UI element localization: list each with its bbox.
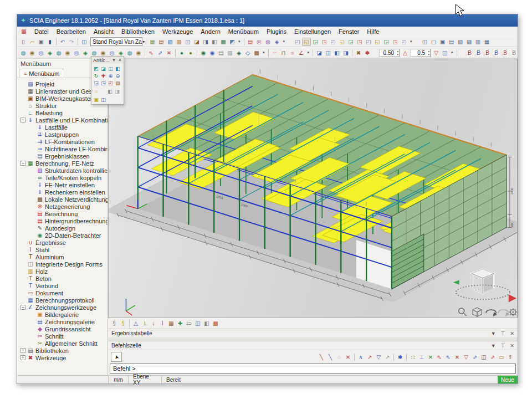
display-filter-icon-8[interactable]: ◈ [81, 49, 90, 57]
chevron-down-icon[interactable]: ▼ [491, 331, 496, 336]
measure-icon[interactable]: ◍ [264, 38, 273, 46]
tree-item-netzgenerierung[interactable]: ⊗ Netzgenerierung [19, 203, 108, 210]
tree-item-lokale-netzverdichtung[interactable]: ▩ Lokale Netzverdichtung [19, 196, 108, 203]
copy-view-icon-1[interactable]: ◪ [315, 49, 324, 57]
tree-item-stahl[interactable]: I Stahl [19, 246, 108, 253]
snap-box-icon[interactable]: ◫ [479, 353, 488, 361]
window-arrange-icon-1[interactable]: ◫ [421, 38, 429, 46]
view-preset-icon-3[interactable]: ◲ [311, 38, 320, 46]
paste-icon[interactable]: ◪ [192, 38, 201, 46]
snap-arrow-icon-1[interactable]: ⇗ [470, 353, 479, 361]
ortho-icon[interactable]: ⊥ [417, 353, 426, 361]
display-filter-icon-7[interactable]: ◎ [72, 49, 81, 57]
menu-aendern[interactable]: Ändern [197, 28, 224, 35]
cursor-snap-icon-1[interactable]: ⇖ [435, 353, 444, 361]
snap-line2-icon[interactable]: ╲ [326, 353, 335, 361]
tree-item-fe-netz-einstellen[interactable]: ⇓ FE-Netz einstellen [19, 181, 108, 188]
menu-fenster[interactable]: Fenster [335, 28, 363, 35]
filter-nodes-icon[interactable]: ◇ [243, 49, 252, 57]
tree-item-allgemeiner-schnitt[interactable]: ✂ Allgemeiner Schnitt [19, 340, 108, 347]
display-filter-icon-4[interactable]: ◈ [45, 49, 54, 57]
copy-attributes-icon[interactable]: ▤ [217, 49, 226, 57]
tree-item-werkzeuge[interactable]: + ✖ Werkzeuge [19, 354, 108, 361]
dropdown-arrow-icon[interactable]: ▾ [306, 49, 311, 57]
view-preset-icon-5[interactable]: ◰ [329, 38, 337, 46]
snap-triangle-icon[interactable]: ▽ [462, 353, 470, 361]
snap-edge-icon[interactable]: ↗ [365, 353, 374, 361]
tree-item-beton[interactable]: T Beton [19, 275, 108, 282]
3d-canvas[interactable]: 1023 1000 2400 600 [108, 59, 518, 318]
view-preset-icon-9[interactable]: ◰ [364, 38, 373, 46]
tree-item-belastung[interactable]: ∟ Belastung [19, 109, 108, 116]
profile-b-icon-6[interactable]: B [510, 49, 518, 57]
display-filter-icon-6[interactable]: ◉ [63, 49, 72, 57]
tree-item-berechnung-fe-netz[interactable]: − ▦ Berechnung, FE-Netz [19, 160, 108, 167]
mark-icon[interactable]: ✖ [354, 49, 363, 57]
dropdown-arrow-icon[interactable]: ▾ [282, 38, 287, 46]
zoom-out-icon[interactable]: ⊖ [114, 72, 121, 79]
snap-point-icon[interactable]: ● [177, 49, 186, 57]
tree-item-aluminium[interactable]: T Aluminium [19, 253, 108, 260]
redo-icon[interactable]: ↷ [67, 38, 76, 46]
load-display-icon[interactable]: ↓ [149, 319, 158, 328]
deselect-icon[interactable]: ✕ [165, 49, 173, 57]
title-bar[interactable]: ✦ SCIA Engineer 18.1.2052 - [Stand Royal… [17, 14, 518, 27]
menu-einstellungen[interactable]: Einstellungen [290, 28, 335, 35]
view-preset-icon-12[interactable]: ◳ [391, 38, 400, 46]
tree-item-verbund[interactable]: T Verbund [19, 282, 108, 289]
dropdown-arrow-icon[interactable]: ▾ [261, 49, 267, 57]
view-preset-icon-2[interactable]: ◱ [302, 38, 311, 46]
view-settings-combo[interactable]: Stand Royal Van Za ▼ [90, 37, 142, 46]
snap-midpoint-icon[interactable]: ● [186, 49, 195, 57]
profile-b-icon-1[interactable]: B [466, 49, 474, 57]
pan-view-icon[interactable]: ✚ [100, 72, 107, 79]
expander-icon[interactable]: − [21, 305, 25, 310]
window-arrange-icon-5[interactable]: ▧ [456, 38, 465, 46]
pointer-mode-button[interactable]: ➤ [111, 352, 122, 362]
render-display-icon[interactable]: ▦ [167, 319, 176, 328]
snap-folder-icon[interactable]: ▭ [497, 353, 506, 361]
view-preset-icon-13[interactable]: ◰ [400, 38, 408, 46]
tree-item-schnitt[interactable]: ✂ Schnitt [19, 332, 108, 340]
tab-menuebaum[interactable]: ≡ Menübaum [19, 69, 64, 78]
clip-plane-icon[interactable]: ◫ [441, 49, 449, 57]
copy-view-icon-2[interactable]: ◫ [324, 49, 332, 57]
window-arrange-icon-6[interactable]: ▨ [465, 38, 474, 46]
tree-item-lf-kombinationen[interactable]: ⇉ LF-Kombinationen [19, 138, 108, 145]
display-filter-icon-13[interactable]: ◍ [125, 49, 134, 57]
display-filter-icon-5[interactable]: ◍ [54, 49, 63, 57]
view-preset-icon-10[interactable]: ◱ [373, 38, 382, 46]
menu-werkzeuge[interactable]: Werkzeuge [158, 28, 197, 35]
tree-item-autodesign[interactable]: ✎ Autodesign [19, 224, 108, 232]
tree-item-berechnungsprotokoll[interactable]: ▦ Berechnungsprotokoll [19, 296, 108, 304]
close-icon[interactable]: ✕ [510, 331, 514, 336]
table-icon[interactable]: ◫ [183, 38, 192, 46]
chevron-down-icon[interactable]: ▼ [111, 58, 116, 63]
close-project-icon[interactable]: ▣ [37, 38, 45, 46]
menu-ansicht[interactable]: Ansicht [90, 28, 117, 35]
result-table-icon[interactable]: ◫ [193, 319, 202, 328]
tree-item-grundrissansicht[interactable]: ◆ Grundrissansicht [19, 325, 108, 332]
rotate-view-icon[interactable]: ↻ [93, 72, 100, 79]
line-tool-icon[interactable]: ─ [270, 49, 279, 57]
annotation-icon[interactable]: ◈ [273, 38, 282, 46]
gallery-icon[interactable]: ▤ [157, 38, 166, 46]
snap-vertex-icon[interactable]: ∧ [356, 353, 365, 361]
clip-box-icon[interactable]: ▣ [93, 96, 100, 103]
window-arrange-icon-7[interactable]: ▥ [474, 38, 483, 46]
cursor-snap-icon-2[interactable]: ⇖ [444, 353, 453, 361]
snap-midpoint-icon[interactable]: ▽ [374, 353, 383, 361]
menu-bibliotheken[interactable]: Bibliotheken [117, 28, 158, 35]
dropdown-arrow-icon[interactable]: ▾ [237, 38, 242, 46]
tree-item-bibliotheken[interactable]: + ▤ Bibliotheken [19, 347, 108, 354]
search-nodes-icon[interactable]: ◉ [208, 49, 217, 57]
window-arrange-icon-3[interactable]: ▣ [438, 38, 447, 46]
scale-spinner-1[interactable]: 0.50 ▴▾ [380, 49, 400, 57]
view-yz-icon[interactable]: ◫ [107, 65, 114, 72]
snap-line-icon[interactable]: ╲ [317, 353, 326, 361]
display-filter-icon-1[interactable]: ◍ [19, 49, 28, 57]
status-badge[interactable]: Neue [498, 376, 518, 383]
results-panel-bar[interactable]: Ergebnisstabelle ▼ ⊤ ✕ [108, 329, 518, 338]
document-icon[interactable]: ▥ [175, 38, 183, 46]
command-panel-bar[interactable]: Befehlszeile ▼ ⊤ ✕ [108, 341, 518, 350]
